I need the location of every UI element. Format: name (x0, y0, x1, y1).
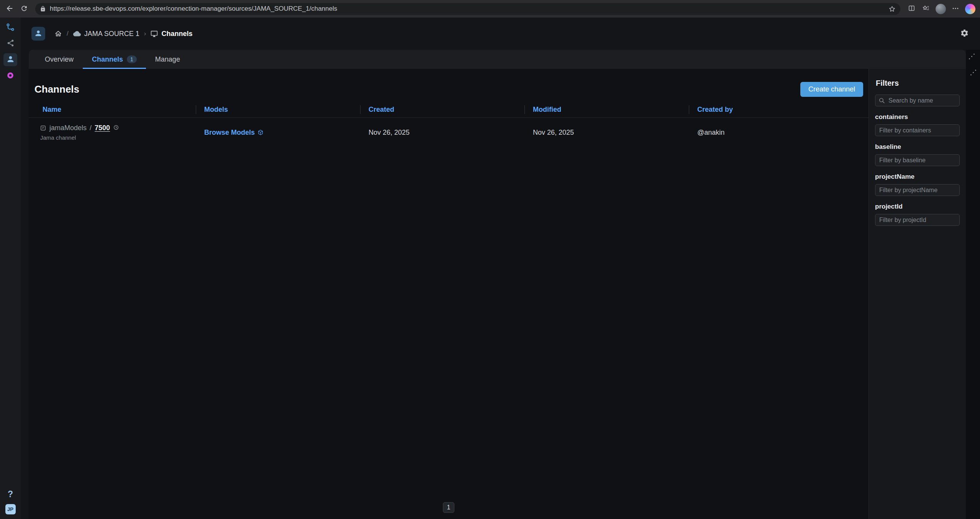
breadcrumb-current: Channels (151, 30, 192, 38)
breadcrumb: / JAMA SOURCE 1 › Channels (54, 30, 192, 38)
browse-models-label: Browse Models (204, 129, 255, 137)
tab-channels-label: Channels (92, 55, 123, 64)
breadcrumb-source[interactable]: JAMA SOURCE 1 (73, 30, 139, 38)
created-by-cell: @anakin (689, 129, 869, 137)
tab-overview-label: Overview (45, 55, 74, 64)
cube-icon (257, 129, 264, 135)
purple-app-icon (6, 71, 15, 81)
refresh-button[interactable] (18, 2, 31, 15)
monitor-icon (151, 30, 158, 38)
refresh-icon (20, 5, 28, 13)
tab-overview[interactable]: Overview (36, 50, 83, 69)
home-icon (54, 30, 62, 38)
workspace: Overview Channels 1 Manage Channels Crea… (21, 50, 966, 519)
filters-title: Filters (876, 79, 960, 88)
browser-toolbar: https://release.sbe-devops.com/explorer/… (0, 0, 980, 18)
split-screen-icon (908, 5, 915, 13)
help-icon[interactable]: ? (8, 489, 13, 499)
create-channel-button[interactable]: Create channel (800, 82, 863, 97)
browser-menu-button[interactable] (949, 2, 962, 15)
gear-icon (960, 29, 969, 39)
address-bar[interactable]: https://release.sbe-devops.com/explorer/… (35, 3, 900, 15)
share-nodes-icon (7, 39, 15, 48)
column-header-name[interactable]: Name (29, 102, 196, 118)
channel-icon (40, 125, 46, 131)
channel-subtitle: Jama channel (40, 134, 196, 141)
history-clock-icon (113, 124, 119, 132)
column-header-models[interactable]: Models (196, 102, 360, 118)
url-text: https://release.sbe-devops.com/explorer/… (50, 5, 885, 13)
breadcrumb-separator: › (144, 30, 146, 38)
tab-manage-label: Manage (155, 55, 180, 64)
split-screen-button[interactable] (905, 2, 918, 15)
breadcrumb-home[interactable] (54, 30, 62, 38)
filter-group-containers: containers (875, 113, 960, 136)
filter-group-projectid: projectId (875, 203, 960, 226)
column-header-created[interactable]: Created (360, 102, 524, 118)
app-header: / JAMA SOURCE 1 › Channels (21, 18, 980, 50)
created-cell: Nov 26, 2025 (360, 129, 524, 137)
pagination: 1 (29, 502, 869, 513)
search-by-name-input[interactable] (875, 95, 960, 106)
tab-channels-count-badge: 1 (127, 55, 137, 63)
right-gutter (966, 50, 980, 519)
filter-group-baseline: baseline (875, 143, 960, 166)
filter-group-projectname: projectName (875, 173, 960, 196)
rail-item-apps[interactable] (3, 69, 17, 82)
filter-projectname-input[interactable] (875, 184, 960, 196)
back-arrow-icon (5, 4, 14, 14)
rail-item-connections[interactable] (3, 37, 17, 50)
favorites-button[interactable] (919, 2, 932, 15)
rail-item-explorer[interactable] (3, 53, 17, 66)
site-security-lock-icon[interactable] (40, 6, 46, 12)
filter-baseline-input[interactable] (875, 154, 960, 166)
column-header-modified[interactable]: Modified (524, 102, 689, 118)
screen: https://release.sbe-devops.com/explorer/… (0, 0, 980, 519)
breadcrumb-source-label: JAMA SOURCE 1 (84, 30, 139, 38)
version-history-button[interactable] (113, 124, 119, 132)
column-header-created-by[interactable]: Created by (689, 102, 869, 118)
resize-handle-dots (969, 58, 970, 59)
tab-channels[interactable]: Channels 1 (83, 50, 146, 69)
channels-content: Channels Create channel Name Models Crea… (29, 69, 869, 519)
copilot-icon[interactable] (965, 4, 975, 14)
channel-version-link[interactable]: 7500 (95, 124, 110, 132)
resize-handle-dots (970, 74, 972, 75)
user-initials-avatar[interactable]: JP (5, 504, 16, 514)
app-rail: ? JP (0, 18, 21, 519)
app-logo[interactable] (31, 27, 45, 41)
channel-name: jamaModels (49, 124, 87, 132)
models-cell: Browse Models (196, 129, 360, 137)
page-title: Channels (34, 83, 79, 95)
rail-item-workflows[interactable] (3, 21, 17, 34)
breadcrumb-separator: / (67, 30, 69, 38)
filter-label-projectname: projectName (875, 173, 960, 181)
table-row[interactable]: jamaModels / 7500 Jama channel (29, 118, 869, 148)
filter-label-containers: containers (875, 113, 960, 121)
table-header: Name Models Created Modified Created by (29, 102, 869, 118)
favorites-icon (922, 5, 930, 13)
tab-manage[interactable]: Manage (146, 50, 189, 69)
page-number-button[interactable]: 1 (443, 502, 454, 513)
content-header: Channels Create channel (29, 80, 869, 98)
filter-label-baseline: baseline (875, 143, 960, 151)
filter-containers-input[interactable] (875, 124, 960, 136)
channel-name-cell: jamaModels / 7500 Jama channel (29, 124, 196, 141)
person-icon (6, 55, 15, 65)
ellipsis-icon (952, 5, 959, 13)
person-logo-icon (34, 29, 43, 39)
back-button[interactable] (3, 2, 16, 15)
filter-projectid-input[interactable] (875, 214, 960, 226)
modified-cell: Nov 26, 2025 (524, 129, 689, 137)
settings-button[interactable] (960, 29, 969, 39)
profile-avatar[interactable] (936, 4, 946, 14)
workflow-icon (6, 23, 15, 33)
tab-bar: Overview Channels 1 Manage (29, 50, 966, 69)
browse-models-link[interactable]: Browse Models (204, 129, 264, 137)
filter-label-projectid: projectId (875, 203, 960, 211)
breadcrumb-current-label: Channels (161, 30, 192, 38)
cloud-icon (73, 30, 81, 38)
workspace-body: Channels Create channel Name Models Crea… (29, 69, 966, 519)
add-favorite-star-icon[interactable] (888, 5, 896, 13)
filters-panel: Filters containers baseline projectNa (869, 69, 966, 519)
